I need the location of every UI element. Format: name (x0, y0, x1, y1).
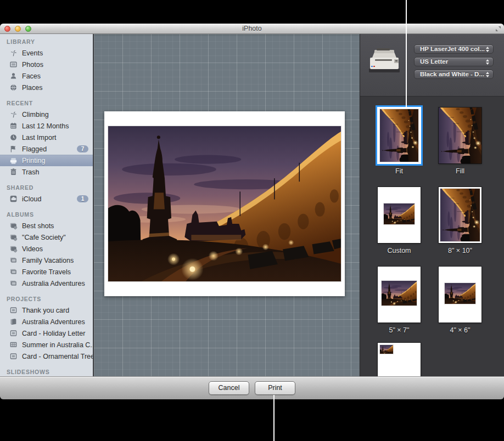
sidebar-item-climbing[interactable]: Climbing (0, 109, 93, 120)
thumbnail-label: Fill (433, 167, 488, 175)
sidebar-item-last-12-months[interactable]: Last 12 Months (0, 120, 93, 132)
thumbnail-label: 4" × 6" (433, 326, 488, 334)
smart-album-icon (9, 222, 18, 230)
stepper-arrows-icon (486, 59, 489, 65)
printer-icon (9, 157, 18, 165)
calendar-icon (9, 122, 18, 130)
thumbnail-label: Custom (372, 247, 427, 255)
sidebar-item-family-vacations[interactable]: Family Vacations (0, 255, 93, 266)
thumbnail-label: 8" × 10" (433, 247, 488, 255)
sidebar-item-events[interactable]: Events (0, 47, 93, 59)
sidebar-item-australia-adventures-album[interactable]: Australia Adventures (0, 278, 93, 289)
flagged-count-badge: 7 (77, 145, 88, 152)
stepper-arrows-icon (486, 72, 489, 77)
section-header-albums: ALBUMS (7, 211, 93, 218)
printer-image (367, 46, 405, 75)
source-list-sidebar: LIBRARY Events Photos Faces Places RECEN… (0, 34, 93, 376)
section-header-slideshows: SLIDESHOWS (7, 369, 93, 376)
callout-line-fit-thumbnail (406, 0, 407, 108)
thumbnail-fit[interactable] (378, 108, 421, 163)
thumbnail-label: Fit (372, 167, 427, 175)
thumbnail-contact-sheet[interactable] (378, 343, 421, 376)
palm-icon (9, 49, 18, 57)
face-icon (9, 72, 18, 80)
printer-select[interactable]: HP LaserJet 400 col... (414, 44, 494, 54)
sidebar-item-australia-adventures-book[interactable]: Australia Adventures (0, 316, 93, 327)
window-title: iPhoto (0, 25, 504, 32)
thumbnail-fill[interactable] (439, 108, 481, 163)
section-header-shared: SHARED (7, 184, 93, 191)
printer-subpanel: HP LaserJet 400 col... US Letter Black a… (360, 34, 504, 97)
sidebar-item-last-import[interactable]: Last Import (0, 132, 93, 143)
sidebar-item-places[interactable]: Places (0, 82, 93, 93)
cancel-button[interactable]: Cancel (209, 381, 249, 395)
sidebar-item-cafe-society[interactable]: "Cafe Society" (0, 231, 93, 243)
sidebar-item-thank-you-card[interactable]: Thank you card (0, 304, 93, 316)
title-bar: iPhoto (0, 24, 504, 34)
section-header-recent: RECENT (7, 100, 93, 107)
icloud-count-badge: 1 (77, 195, 88, 202)
section-header-projects: PROJECTS (7, 296, 93, 303)
photo-icon (9, 60, 18, 69)
callout-line-print-button (273, 395, 275, 441)
paper-size-select[interactable]: US Letter (414, 57, 494, 66)
thumbnail-8x10[interactable] (439, 187, 481, 243)
cloud-icon (9, 195, 18, 203)
slideshow-icon (9, 341, 18, 349)
clock-icon (9, 133, 18, 142)
thumbnail-label: 5" × 7" (372, 326, 427, 334)
album-icon (9, 279, 18, 287)
sidebar-item-trash[interactable]: Trash (0, 166, 93, 178)
bottom-toolbar: Cancel Print (0, 376, 504, 399)
sidebar-item-videos[interactable]: Videos (0, 243, 93, 255)
print-settings-panel: HP LaserJet 400 col... US Letter Black a… (360, 34, 504, 376)
sidebar-item-icloud[interactable]: iCloud1 (0, 193, 93, 205)
sidebar-item-flagged[interactable]: Flagged7 (0, 143, 93, 155)
sidebar-item-favorite-travels[interactable]: Favorite Travels (0, 266, 93, 278)
trash-icon (9, 168, 18, 176)
sidebar-item-faces[interactable]: Faces (0, 70, 93, 82)
smart-album-icon (9, 233, 18, 241)
resize-icon[interactable] (495, 26, 501, 32)
section-header-library: LIBRARY (7, 38, 93, 46)
preview-page (104, 111, 345, 296)
stepper-arrows-icon (486, 47, 489, 52)
sidebar-item-summer-in-australia[interactable]: Summer in Australia C... (0, 339, 93, 350)
smart-album-icon (9, 245, 18, 253)
thumbnail-4x6[interactable] (439, 267, 481, 323)
thumbnail-custom[interactable] (378, 187, 421, 243)
print-preview-canvas (94, 34, 360, 376)
print-button[interactable]: Print (255, 381, 295, 395)
preview-photo (108, 126, 341, 281)
card-icon (9, 306, 18, 314)
preset-select[interactable]: Black and White - D... (414, 70, 494, 79)
card-icon (9, 352, 18, 360)
book-icon (9, 318, 18, 326)
globe-icon (9, 83, 18, 92)
sidebar-item-card-holiday-letter[interactable]: Card - Holiday Letter (0, 327, 93, 339)
album-icon (9, 268, 18, 276)
palm-icon (9, 110, 18, 118)
sidebar-item-card-ornamental-tree[interactable]: Card - Ornamental Tree (0, 350, 93, 362)
thumbnail-5x7[interactable] (378, 267, 421, 323)
iphoto-window: iPhoto LIBRARY Events Photos Faces Place… (0, 24, 504, 399)
album-icon (9, 256, 18, 264)
flag-icon (9, 145, 18, 153)
sidebar-item-best-shots[interactable]: Best shots (0, 220, 93, 231)
sidebar-item-printing[interactable]: Printing (0, 155, 93, 166)
sidebar-item-photos[interactable]: Photos (0, 59, 93, 70)
card-icon (9, 329, 18, 337)
